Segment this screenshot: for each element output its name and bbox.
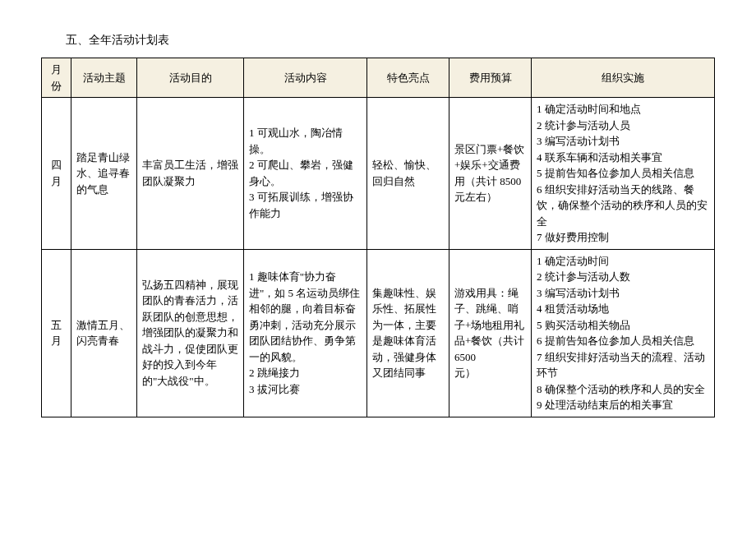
- cell-highlight: 轻松、愉快、回归自然: [367, 98, 449, 250]
- cell-purpose: 丰富员工生活，增强团队凝聚力: [137, 98, 244, 250]
- cell-implementation: 1 确定活动时间 2 统计参与活动人数 3 编写活动计划书 4 租赁活动场地 5…: [532, 249, 715, 417]
- header-budget: 费用预算: [449, 58, 532, 98]
- cell-budget: 游戏用具：绳子、跳绳、哨子+场地租用礼品+餐饮（共计6500 元）: [449, 249, 532, 417]
- cell-content: 1 可观山水，陶冶情操。 2 可爬山、攀岩，强健身心。 3 可拓展训练，增强协作…: [244, 98, 367, 250]
- header-theme: 活动主题: [71, 58, 137, 98]
- cell-purpose: 弘扬五四精神，展现团队的青春活力，活跃团队的创意思想，增强团队的凝聚力和战斗力，…: [137, 249, 244, 417]
- cell-theme: 激情五月、闪亮青春: [71, 249, 137, 417]
- header-content: 活动内容: [244, 58, 367, 98]
- cell-highlight: 集趣味性、娱乐性、拓展性为一体，主要是趣味体育活动，强健身体又团结同事: [367, 249, 449, 417]
- header-implementation: 组织实施: [532, 58, 715, 98]
- header-highlight: 特色亮点: [367, 58, 449, 98]
- cell-budget: 景区门票+餐饮+娱乐+交通费用（共计 8500 元左右）: [449, 98, 532, 250]
- cell-month: 五月: [42, 249, 71, 417]
- cell-implementation: 1 确定活动时间和地点 2 统计参与活动人员 3 编写活动计划书 4 联系车辆和…: [532, 98, 715, 250]
- table-header-row: 月份 活动主题 活动目的 活动内容 特色亮点 费用预算 组织实施: [42, 58, 715, 98]
- header-purpose: 活动目的: [137, 58, 244, 98]
- cell-month: 四月: [42, 98, 71, 250]
- table-row: 四月 踏足青山绿水、追寻春的气息 丰富员工生活，增强团队凝聚力 1 可观山水，陶…: [42, 98, 715, 250]
- cell-theme: 踏足青山绿水、追寻春的气息: [71, 98, 137, 250]
- cell-content: 1 趣味体育"协力奋进"，如 5 名运动员绑住相邻的腿，向着目标奋勇冲刺，活动充…: [244, 249, 367, 417]
- header-month: 月份: [42, 58, 71, 98]
- section-title: 五、全年活动计划表: [41, 33, 715, 48]
- activity-plan-table: 月份 活动主题 活动目的 活动内容 特色亮点 费用预算 组织实施 四月 踏足青山…: [41, 58, 715, 417]
- table-row: 五月 激情五月、闪亮青春 弘扬五四精神，展现团队的青春活力，活跃团队的创意思想，…: [42, 249, 715, 417]
